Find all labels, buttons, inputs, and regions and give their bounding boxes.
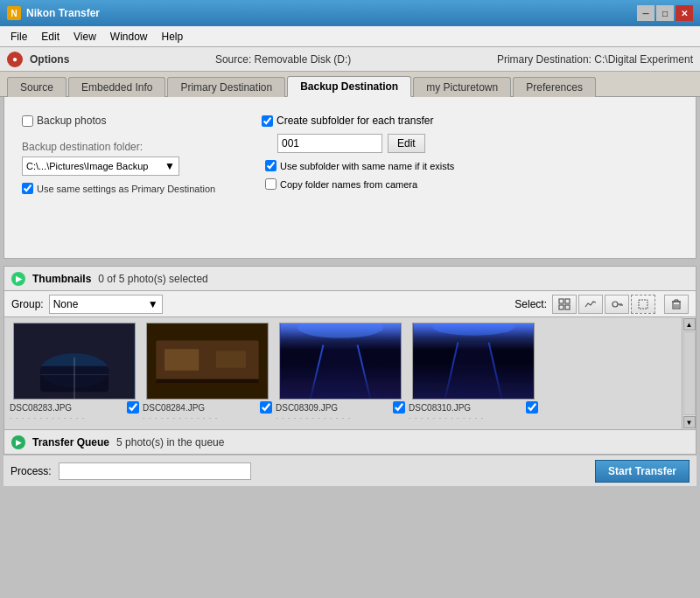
photo-name-row-4: DSC08310.JPG: [409, 401, 538, 414]
copy-folder-label[interactable]: Copy folder names from camera: [265, 178, 678, 190]
same-settings-checkbox[interactable]: [22, 183, 33, 194]
photo-checkbox-1[interactable]: [127, 401, 139, 414]
section-gap: [0, 259, 700, 266]
dest-folder-row: C:\...\Pictures\Image Backup ▼: [22, 156, 241, 176]
minimize-button[interactable]: ─: [637, 5, 654, 21]
transfer-queue-bar: ▶ Transfer Queue 5 photo(s) in the queue: [4, 430, 696, 455]
svg-rect-35: [414, 323, 534, 339]
queue-title: Transfer Queue: [32, 436, 109, 448]
same-settings-row: Use same settings as Primary Destination: [22, 183, 241, 194]
thumbnails-title: Thumbnails: [32, 273, 91, 285]
photo-preview-4: [413, 323, 534, 399]
thumbnail-image-1[interactable]: [13, 323, 136, 400]
photo-preview-3: [280, 323, 401, 399]
select-all-button[interactable]: [631, 295, 655, 314]
dest-folder-value: C:\...\Pictures\Image Backup: [26, 161, 148, 171]
delete-button[interactable]: [664, 295, 689, 314]
photo-preview-1: [14, 323, 135, 399]
menu-view[interactable]: View: [66, 29, 103, 45]
subfolder-input[interactable]: 001: [277, 134, 382, 153]
tab-embedded-info[interactable]: Embedded Info: [68, 77, 165, 97]
tab-primary-destination[interactable]: Primary Destination: [167, 77, 285, 97]
thumbnail-grid-container: DSC08283.JPG - - - - - - - - - - - - - D…: [4, 316, 696, 430]
scroll-down-button[interactable]: ▼: [683, 416, 696, 428]
svg-rect-24: [164, 349, 199, 370]
use-subfolder-checkbox[interactable]: [265, 160, 276, 171]
maximize-button[interactable]: □: [656, 5, 674, 21]
list-item: DSC08283.JPG - - - - - - - - - - - - -: [10, 323, 139, 424]
select-label: Select:: [514, 298, 547, 310]
menu-help[interactable]: Help: [155, 29, 191, 45]
scroll-up-button[interactable]: ▲: [683, 318, 696, 330]
group-value: None: [53, 298, 79, 310]
group-dropdown-arrow: ▼: [148, 298, 158, 310]
thumbnails-toolbar: Group: None ▼ Select:: [4, 290, 696, 316]
svg-rect-26: [156, 379, 258, 384]
thumbnail-image-3[interactable]: [279, 323, 402, 400]
photo-dashes-2: - - - - - - - - - - - - -: [143, 414, 272, 421]
svg-rect-29: [281, 381, 401, 399]
svg-point-40: [432, 323, 514, 336]
backup-photos-checkbox[interactable]: [22, 115, 33, 127]
options-bar: ● Options Source: Removable Disk (D:) Pr…: [0, 47, 700, 72]
thumbnail-image-4[interactable]: [412, 323, 535, 400]
photo-checkbox-2[interactable]: [260, 401, 272, 414]
backup-section: Backup photos Backup destination folder:…: [15, 108, 685, 247]
process-input[interactable]: [59, 462, 251, 480]
dest-folder-dropdown[interactable]: C:\...\Pictures\Image Backup ▼: [22, 156, 179, 176]
group-dropdown[interactable]: None ▼: [49, 295, 163, 314]
grid-view-button[interactable]: [552, 295, 577, 314]
use-subfolder-label[interactable]: Use subfolder with same name if it exist…: [265, 160, 678, 171]
dest-folder-label: Backup destination folder:: [22, 141, 241, 153]
menu-file[interactable]: File: [4, 29, 34, 45]
photo-filename-1: DSC08283.JPG: [10, 403, 125, 413]
create-subfolder-checkbox[interactable]: [262, 115, 273, 127]
menu-edit[interactable]: Edit: [34, 29, 66, 45]
menu-window[interactable]: Window: [103, 29, 155, 45]
list-item: DSC08310.JPG - - - - - - - - - - - - -: [409, 323, 538, 424]
backup-photos-row: Backup photos: [22, 115, 241, 127]
edit-button[interactable]: Edit: [388, 134, 425, 153]
tab-preferences[interactable]: Preferences: [513, 77, 596, 97]
menu-bar: File Edit View Window Help: [0, 26, 700, 47]
photo-name-row-1: DSC08283.JPG: [10, 401, 139, 414]
svg-rect-25: [216, 351, 246, 368]
close-button[interactable]: ✕: [676, 5, 693, 21]
photo-dashes-1: - - - - - - - - - - - - -: [10, 414, 139, 421]
chart-view-button[interactable]: [578, 295, 603, 314]
backup-destination-panel: Backup photos Backup destination folder:…: [4, 97, 696, 259]
scrollbar[interactable]: ▲ ▼: [682, 317, 696, 429]
photo-name-row-3: DSC08309.JPG: [276, 401, 405, 414]
backup-photos-label[interactable]: Backup photos: [22, 115, 106, 127]
svg-rect-1: [565, 299, 570, 303]
tab-source[interactable]: Source: [7, 77, 66, 97]
thumbnails-icon: ▶: [11, 272, 25, 286]
tab-my-picturetown[interactable]: my Picturetown: [413, 77, 511, 97]
thumbnails-count: 0 of 5 photo(s) selected: [98, 273, 689, 285]
create-subfolder-label[interactable]: Create subfolder for each transfer: [262, 115, 433, 127]
thumbnail-image-2[interactable]: [146, 323, 269, 400]
select-all-icon: [638, 299, 648, 309]
options-label: Options: [30, 53, 69, 66]
key-view-button[interactable]: [605, 295, 629, 314]
copy-folder-checkbox[interactable]: [265, 178, 276, 190]
chart-icon: [584, 298, 597, 310]
options-icon: ●: [7, 52, 23, 67]
photo-checkbox-3[interactable]: [393, 401, 405, 414]
svg-rect-8: [639, 300, 648, 309]
window-title: Nikon Transfer: [26, 7, 100, 19]
same-settings-label[interactable]: Use same settings as Primary Destination: [22, 183, 215, 194]
thumbnail-grid: DSC08283.JPG - - - - - - - - - - - - - D…: [4, 317, 682, 429]
queue-icon: ▶: [11, 435, 25, 449]
trash-icon: [670, 298, 682, 310]
thumbnails-header: ▶ Thumbnails 0 of 5 photo(s) selected: [4, 266, 696, 290]
scrollbar-track[interactable]: [683, 331, 696, 415]
start-transfer-button[interactable]: Start Transfer: [595, 460, 690, 483]
photo-checkbox-4[interactable]: [526, 401, 538, 414]
list-item: DSC08309.JPG - - - - - - - - - - - - -: [276, 323, 405, 424]
svg-point-4: [612, 302, 618, 307]
photo-dashes-3: - - - - - - - - - - - - -: [276, 414, 405, 421]
title-bar-left: N Nikon Transfer: [7, 6, 100, 20]
tab-backup-destination[interactable]: Backup Destination: [287, 76, 411, 97]
app-icon: N: [7, 6, 21, 20]
